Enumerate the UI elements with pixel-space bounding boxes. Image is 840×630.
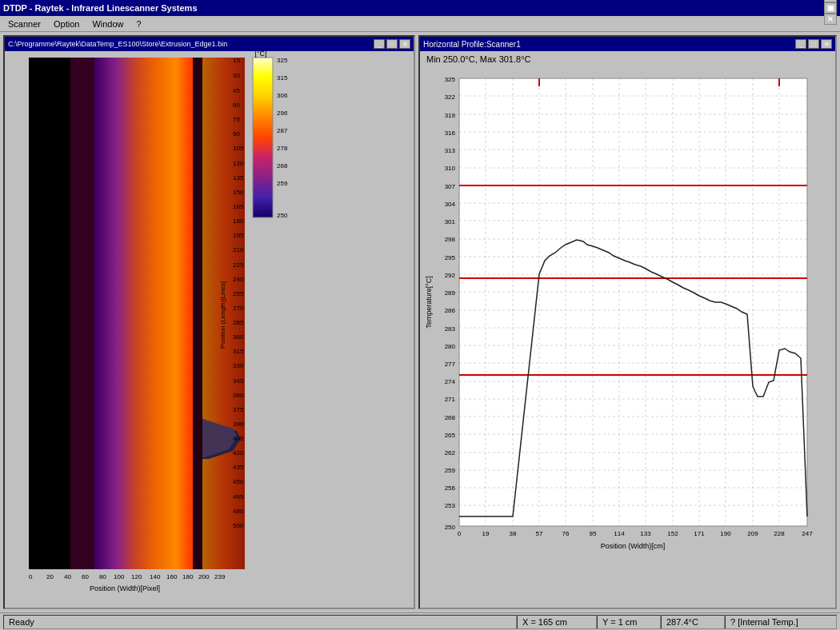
- svg-text:286: 286: [445, 307, 456, 314]
- svg-text:259: 259: [277, 180, 288, 187]
- svg-text:228: 228: [774, 530, 785, 537]
- svg-text:500: 500: [233, 522, 244, 529]
- svg-text:250: 250: [277, 212, 288, 219]
- svg-text:171: 171: [694, 530, 705, 537]
- svg-text:285: 285: [233, 319, 244, 326]
- thermal-svg: [°C] 325 315 306 296 287 278 268 259 250…: [5, 51, 414, 600]
- svg-text:105: 105: [233, 145, 244, 152]
- svg-text:150: 150: [233, 189, 244, 196]
- menu-scanner[interactable]: Scanner: [3, 18, 46, 30]
- status-internal: ? [Internal Temp.]: [725, 615, 837, 629]
- svg-text:20: 20: [46, 573, 54, 580]
- profile-chart-area[interactable]: 325 322 319 316 313 310 307 304 301 298 …: [420, 67, 835, 608]
- svg-text:268: 268: [277, 162, 288, 169]
- menu-help[interactable]: ?: [132, 18, 146, 30]
- svg-text:375: 375: [233, 406, 244, 413]
- svg-text:287: 287: [277, 127, 288, 134]
- status-bar: Ready X = 165 cm Y = 1 cm 287.4°C ? [Int…: [0, 612, 840, 630]
- svg-text:296: 296: [277, 110, 288, 117]
- menu-window[interactable]: Window: [87, 18, 128, 30]
- svg-text:Temperature[°C]: Temperature[°C]: [425, 276, 433, 329]
- svg-text:38: 38: [510, 530, 517, 537]
- svg-text:313: 313: [445, 147, 456, 154]
- left-panel-title: C:\Programme\Raytek\DataTemp_ES100\Store…: [8, 40, 227, 48]
- svg-rect-9: [253, 58, 273, 217]
- left-panel-controls[interactable]: _ □ ✕: [374, 39, 410, 49]
- svg-text:152: 152: [667, 530, 678, 537]
- main-content: C:\Programme\Raytek\DataTemp_ES100\Store…: [0, 32, 840, 612]
- thermal-image-area[interactable]: [°C] 325 315 306 296 287 278 268 259 250…: [5, 51, 414, 608]
- status-y-pos: Y = 1 cm: [597, 615, 661, 629]
- svg-text:80: 80: [99, 573, 106, 580]
- svg-text:120: 120: [131, 573, 142, 580]
- max-value: 301.8°C: [499, 54, 531, 64]
- svg-text:319: 319: [445, 112, 456, 119]
- title-controls[interactable]: _ ▣ ✕: [824, 0, 837, 25]
- svg-text:280: 280: [445, 343, 456, 350]
- svg-text:114: 114: [614, 530, 625, 537]
- svg-text:310: 310: [445, 165, 456, 172]
- svg-text:0: 0: [29, 573, 33, 580]
- svg-text:330: 330: [233, 362, 244, 369]
- right-panel-title: Horizontal Profile:Scanner1: [423, 40, 521, 49]
- menu-bar: Scanner Option Window ?: [0, 16, 840, 32]
- svg-text:190: 190: [720, 530, 731, 537]
- svg-text:301: 301: [445, 218, 456, 225]
- svg-rect-2: [29, 58, 70, 569]
- svg-text:315: 315: [233, 348, 244, 355]
- left-close[interactable]: ✕: [399, 39, 410, 49]
- svg-text:200: 200: [198, 573, 210, 580]
- max-label: Max: [480, 54, 499, 64]
- svg-text:Position (Width)[cm]: Position (Width)[cm]: [601, 542, 666, 550]
- svg-text:390: 390: [233, 421, 244, 428]
- svg-text:270: 270: [233, 305, 244, 312]
- close-button[interactable]: ✕: [824, 14, 837, 25]
- svg-text:259: 259: [445, 467, 456, 474]
- menu-option[interactable]: Option: [49, 18, 84, 30]
- svg-text:90: 90: [233, 130, 240, 138]
- svg-text:271: 271: [445, 396, 456, 403]
- svg-text:180: 180: [182, 573, 194, 580]
- right-minimize[interactable]: _: [795, 39, 806, 49]
- svg-text:292: 292: [445, 272, 456, 279]
- svg-text:480: 480: [233, 508, 244, 515]
- svg-text:277: 277: [445, 361, 456, 368]
- title-bar: DTDP - Raytek - Infrared Linescanner Sys…: [0, 0, 840, 16]
- maximize-button[interactable]: ▣: [824, 2, 837, 14]
- min-max-display: Min 250.0°C, Max 301.8°C: [420, 51, 835, 67]
- svg-text:322: 322: [445, 94, 456, 101]
- svg-text:239: 239: [214, 573, 226, 580]
- left-minimize[interactable]: _: [374, 39, 385, 49]
- svg-text:435: 435: [233, 464, 244, 471]
- svg-text:274: 274: [445, 378, 456, 385]
- status-temp: 287.4°C: [661, 615, 725, 629]
- svg-text:255: 255: [233, 290, 244, 297]
- svg-text:225: 225: [233, 261, 244, 269]
- svg-text:265: 265: [445, 432, 456, 439]
- svg-text:30: 30: [233, 72, 240, 79]
- right-panel-controls[interactable]: _ □ ✕: [795, 39, 832, 49]
- svg-text:95: 95: [590, 530, 597, 537]
- left-maximize[interactable]: □: [386, 39, 398, 49]
- svg-text:360: 360: [233, 392, 244, 399]
- svg-text:135: 135: [233, 174, 244, 181]
- svg-text:247: 247: [802, 530, 813, 537]
- svg-text:325: 325: [277, 57, 288, 64]
- status-ready: Ready: [3, 615, 517, 629]
- svg-rect-5: [70, 58, 94, 569]
- app-title: DTDP - Raytek - Infrared Linescanner Sys…: [3, 3, 198, 13]
- right-maximize[interactable]: □: [808, 39, 819, 49]
- svg-text:250: 250: [445, 524, 456, 531]
- svg-text:100: 100: [114, 573, 125, 580]
- svg-text:76: 76: [562, 530, 570, 537]
- svg-text:60: 60: [233, 102, 240, 109]
- profile-chart-svg: 325 322 319 316 313 310 307 304 301 298 …: [423, 70, 815, 574]
- svg-rect-67: [459, 78, 807, 526]
- svg-text:465: 465: [233, 493, 244, 500]
- svg-text:40: 40: [64, 573, 71, 580]
- svg-text:57: 57: [536, 530, 543, 537]
- svg-text:278: 278: [277, 145, 288, 152]
- right-close[interactable]: ✕: [821, 39, 832, 49]
- svg-text:60: 60: [82, 573, 89, 580]
- svg-text:256: 256: [445, 484, 456, 492]
